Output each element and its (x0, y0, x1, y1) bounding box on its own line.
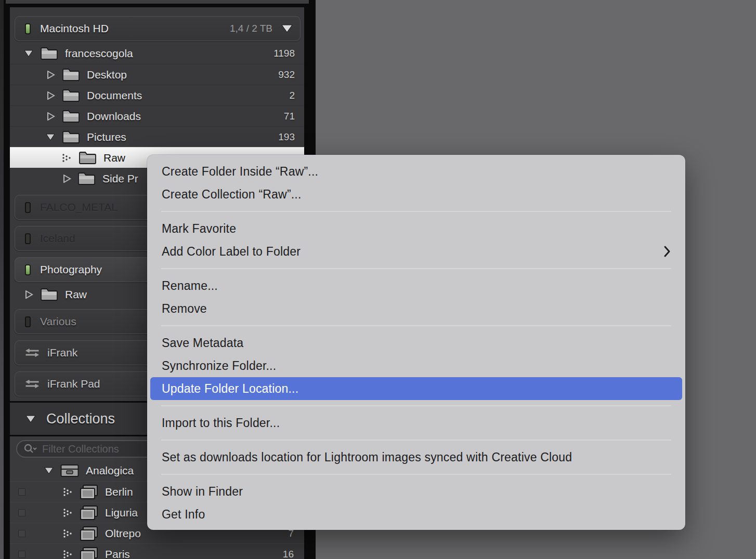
collection-row-paris[interactable]: Paris 16 (10, 543, 304, 559)
menu-separator (161, 474, 671, 475)
collection-count: 16 (283, 549, 294, 559)
folder-icon (62, 109, 80, 124)
volume-capacity: 1,4 / 2 TB (230, 23, 272, 34)
sync-arrows-icon (24, 348, 40, 358)
collection-set-name: Analogica (86, 464, 134, 477)
disclosure-closed-icon[interactable] (24, 290, 33, 299)
folder-icon (62, 88, 80, 103)
volume-dropdown-icon[interactable] (281, 24, 293, 33)
volume-name: iFrank Pad (47, 378, 100, 390)
folder-name: Side Pr (102, 172, 138, 185)
sync-arrows-icon (24, 379, 40, 389)
menu-item-save-metadata[interactable]: Save Metadata (147, 331, 685, 354)
menu-item-import-to-folder[interactable]: Import to this Folder... (147, 411, 685, 434)
volume-status-led-icon (25, 202, 31, 213)
collection-name: Berlin (105, 486, 133, 498)
folder-row-desktop[interactable]: Desktop 932 (10, 64, 304, 85)
menu-item-remove[interactable]: Remove (147, 297, 685, 320)
folder-name: Downloads (87, 110, 141, 123)
panel-top-strip (6, 0, 309, 5)
disclosure-open-icon[interactable] (24, 49, 33, 58)
disclosure-closed-icon[interactable] (46, 91, 55, 100)
folder-icon (62, 68, 80, 82)
folder-name: Raw (65, 288, 87, 301)
menu-item-mark-favorite[interactable]: Mark Favorite (147, 217, 685, 240)
collection-icon (80, 484, 98, 500)
folder-context-menu: Create Folder Inside “Raw”... Create Col… (147, 155, 685, 530)
volume-name: FALCO_METAL (40, 201, 118, 214)
menu-item-create-collection[interactable]: Create Collection “Raw”... (147, 183, 685, 206)
folder-count: 932 (278, 69, 295, 81)
drag-badge-dots-icon (62, 153, 72, 163)
collection-set-icon (60, 464, 79, 477)
folder-icon (40, 46, 58, 61)
folder-row-pictures[interactable]: Pictures 193 (10, 126, 304, 147)
menu-item-get-info[interactable]: Get Info (147, 503, 685, 526)
drag-badge-dots-icon (63, 487, 73, 497)
folder-name: francescogola (65, 47, 133, 60)
folder-count: 71 (284, 111, 295, 122)
section-disclosure-open-icon[interactable] (25, 415, 36, 423)
disclosure-open-icon[interactable] (44, 467, 54, 475)
menu-item-create-folder-inside[interactable]: Create Folder Inside “Raw”... (147, 160, 685, 183)
volume-name: Various (40, 315, 76, 328)
menu-separator (161, 405, 671, 406)
folder-count: 193 (278, 131, 295, 143)
folder-icon (62, 130, 80, 144)
disclosure-open-icon[interactable] (46, 133, 55, 141)
menu-separator (161, 440, 671, 441)
folder-count: 2 (289, 90, 295, 101)
folder-name: Documents (87, 89, 142, 102)
menu-separator (161, 268, 671, 269)
disclosure-closed-icon[interactable] (62, 175, 71, 183)
collections-title: Collections (46, 411, 115, 427)
collection-checkbox[interactable] (18, 530, 25, 537)
menu-item-rename[interactable]: Rename... (147, 274, 685, 297)
menu-item-update-folder-location[interactable]: Update Folder Location... (150, 377, 682, 400)
collection-icon (80, 505, 98, 521)
folder-icon (40, 287, 58, 302)
volume-status-led-icon (25, 233, 31, 244)
collection-icon (80, 547, 98, 559)
drag-badge-dots-icon (63, 508, 73, 517)
volume-header-macintosh-hd[interactable]: Macintosh HD 1,4 / 2 TB (15, 16, 301, 41)
volume-status-led-icon (25, 264, 31, 275)
collection-checkbox[interactable] (18, 488, 25, 496)
menu-item-synchronize-folder[interactable]: Synchronize Folder... (147, 354, 685, 377)
collection-checkbox[interactable] (18, 509, 25, 516)
collection-name: Oltrepo (105, 527, 141, 540)
volume-name: Photography (40, 263, 102, 276)
folder-row-downloads[interactable]: Downloads 71 (10, 105, 304, 126)
submenu-chevron-icon (663, 246, 671, 257)
volume-name: Iceland (40, 232, 75, 245)
volume-name: Macintosh HD (40, 22, 109, 35)
collection-icon (80, 526, 98, 541)
drag-badge-dots-icon (63, 529, 73, 538)
folder-row-francescogola[interactable]: francescogola 1198 (10, 43, 304, 64)
menu-item-label: Add Color Label to Folder (162, 245, 301, 259)
folder-row-documents[interactable]: Documents 2 (10, 85, 304, 105)
search-icon (23, 443, 37, 455)
menu-separator (161, 325, 671, 326)
collection-name: Liguria (105, 507, 138, 519)
disclosure-closed-icon[interactable] (46, 112, 55, 121)
menu-separator (161, 211, 671, 212)
folder-icon (77, 171, 96, 186)
folder-name: Desktop (87, 69, 127, 81)
menu-item-set-downloads-location[interactable]: Set as downloads location for Lightroom … (147, 446, 685, 469)
volume-name: iFrank (47, 347, 77, 359)
folder-name: Pictures (87, 131, 126, 143)
folder-icon (79, 151, 97, 165)
collection-checkbox[interactable] (18, 551, 25, 558)
volume-status-led-icon (25, 316, 31, 327)
volume-status-led-icon (25, 23, 31, 34)
menu-item-add-color-label[interactable]: Add Color Label to Folder (147, 240, 685, 263)
drag-badge-dots-icon (63, 550, 73, 559)
menu-item-show-in-finder[interactable]: Show in Finder (147, 480, 685, 503)
folder-count: 1198 (273, 48, 295, 59)
panel-left-edge (0, 0, 4, 559)
disclosure-closed-icon[interactable] (46, 71, 55, 79)
collection-name: Paris (105, 548, 130, 559)
folder-name: Raw (103, 152, 125, 164)
